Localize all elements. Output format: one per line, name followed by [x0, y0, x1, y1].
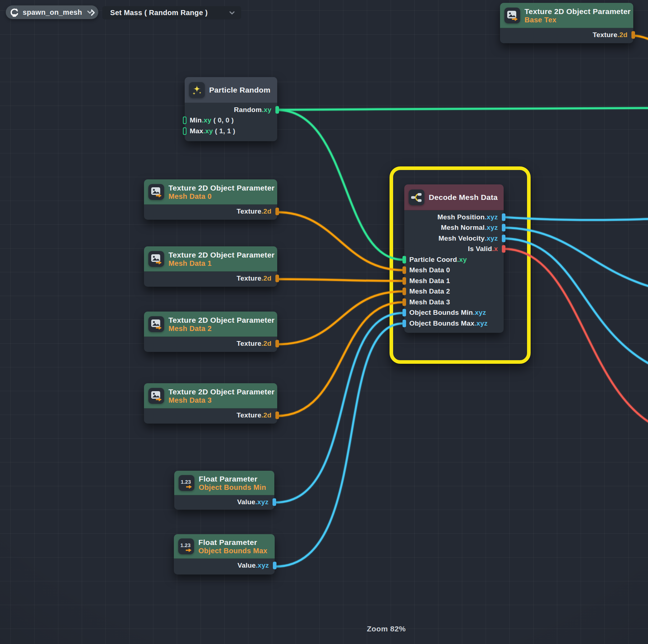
node-title: Texture 2D Object Parameter: [168, 184, 275, 192]
node-mesh-data-2[interactable]: Texture 2D Object ParameterMesh Data 2Te…: [144, 312, 277, 352]
port-out-blue[interactable]: [502, 224, 505, 232]
row-type-suffix: .2d: [261, 411, 271, 419]
row-type-suffix: .xyz: [474, 319, 488, 327]
port-out-blue[interactable]: [502, 234, 505, 242]
row-label: Texture: [593, 31, 617, 39]
output-row: Value.xyz: [174, 560, 275, 571]
output-row: Random.xy: [185, 104, 277, 115]
wire-red-11[interactable]: [505, 249, 648, 421]
port-in-orange[interactable]: [402, 267, 406, 274]
wire-halo-green-1: [276, 110, 403, 260]
port-out-blue[interactable]: [273, 562, 276, 569]
row-type-suffix: .xyz: [485, 234, 498, 242]
node-header[interactable]: Decode Mesh Data: [404, 184, 504, 210]
breadcrumb-node-label: Set Mass ( Random Range ): [110, 9, 208, 17]
float-icon: 1.23: [179, 475, 194, 491]
port-out-orange[interactable]: [275, 207, 279, 215]
input-row: Object Bounds Min.xyz: [404, 308, 504, 318]
row-label: Texture: [237, 411, 261, 419]
node-header[interactable]: Texture 2D Object ParameterMesh Data 3: [144, 383, 277, 408]
node-title: Texture 2D Object Parameter: [168, 251, 275, 259]
port-in-green[interactable]: [402, 256, 406, 263]
row-label: Mesh Data 1: [409, 277, 450, 285]
texture-2d-icon: [148, 388, 164, 404]
wire-blue-9[interactable]: [505, 228, 648, 286]
node-title: Decode Mesh Data: [429, 193, 498, 202]
output-row: Texture.2d: [144, 338, 277, 349]
port-in-orange[interactable]: [402, 288, 406, 295]
node-header[interactable]: Texture 2D Object ParameterMesh Data 2: [144, 312, 277, 337]
input-row: Min.xy ( 0, 0 ): [185, 115, 277, 126]
row-label: Random: [234, 106, 262, 114]
node-base-tex[interactable]: Texture 2D Object ParameterBase TexTextu…: [500, 3, 633, 43]
port-out-green[interactable]: [275, 106, 279, 113]
node-header[interactable]: 1.23Float ParameterObject Bounds Max: [174, 534, 275, 559]
row-type-suffix: .2d: [261, 274, 271, 282]
wire-blue-10[interactable]: [505, 238, 648, 363]
wire-halo-red-11: [505, 249, 648, 421]
port-out-orange[interactable]: [275, 274, 279, 282]
row-label: Mesh Data 0: [409, 266, 450, 274]
row-type-suffix: .xyz: [256, 562, 269, 569]
port-in-green[interactable]: [183, 127, 186, 135]
svg-text:1.23: 1.23: [180, 542, 190, 548]
port-out-blue[interactable]: [502, 213, 505, 221]
row-label: Mesh Data 2: [409, 287, 450, 295]
input-row: Particle Coord.xy: [404, 254, 504, 265]
row-label: Particle Coord: [409, 256, 457, 264]
port-out-orange[interactable]: [275, 340, 279, 347]
node-mesh-data-0[interactable]: Texture 2D Object ParameterMesh Data 0Te…: [144, 179, 277, 220]
graph-canvas[interactable]: spawn_on_mesh Set Mass ( Random Range ) …: [0, 0, 648, 644]
output-row: Value.xyz: [174, 497, 274, 507]
node-title: Particle Random: [209, 86, 270, 94]
row-type-suffix: .xy: [262, 106, 271, 114]
row-type-suffix: .2d: [261, 340, 271, 348]
row-type-suffix: .xy: [202, 116, 211, 124]
node-subtitle: Mesh Data 2: [168, 325, 275, 333]
row-default-value: ( 0, 0 ): [211, 116, 234, 124]
node-header[interactable]: Texture 2D Object ParameterMesh Data 1: [144, 246, 277, 272]
row-label: Mesh Position: [437, 213, 485, 221]
wire-green-1[interactable]: [276, 110, 403, 260]
node-particle-random[interactable]: Particle RandomRandom.xyMin.xy ( 0, 0 )M…: [185, 77, 277, 141]
breadcrumb-node-button[interactable]: Set Mass ( Random Range ): [102, 6, 241, 19]
node-mesh-data-1[interactable]: Texture 2D Object ParameterMesh Data 1Te…: [144, 246, 277, 287]
node-subtitle: Mesh Data 1: [168, 259, 275, 268]
port-out-orange[interactable]: [631, 31, 635, 39]
node-header[interactable]: Texture 2D Object ParameterBase Tex: [500, 3, 633, 28]
output-row: Texture.2d: [144, 206, 277, 217]
port-in-blue[interactable]: [402, 319, 406, 327]
row-type-suffix: .2d: [617, 31, 627, 39]
port-out-orange[interactable]: [275, 411, 279, 419]
texture-2d-icon: [148, 251, 164, 267]
breadcrumb-separator-icon: [91, 8, 95, 18]
input-row: Object Bounds Max.xyz: [404, 318, 504, 329]
row-type-suffix: .2d: [261, 207, 271, 215]
decode-icon: [409, 189, 424, 205]
node-float-obj-bounds-min[interactable]: 1.23Float ParameterObject Bounds MinValu…: [174, 471, 274, 510]
row-label: Object Bounds Max: [409, 319, 474, 327]
zoom-indicator: Zoom 82%: [367, 625, 406, 633]
texture-2d-icon: [148, 184, 164, 200]
node-header[interactable]: Texture 2D Object ParameterMesh Data 0: [144, 179, 277, 205]
node-subtitle: Mesh Data 3: [168, 396, 275, 404]
port-in-blue[interactable]: [402, 309, 406, 317]
port-out-red[interactable]: [502, 245, 505, 253]
node-mesh-data-3[interactable]: Texture 2D Object ParameterMesh Data 3Te…: [144, 383, 277, 424]
node-float-obj-bounds-max[interactable]: 1.23Float ParameterObject Bounds MaxValu…: [174, 534, 275, 574]
particle-random-icon: [189, 82, 205, 98]
node-header[interactable]: Particle Random: [185, 77, 277, 103]
row-label: Min: [190, 116, 202, 124]
node-decode-mesh-data[interactable]: Decode Mesh DataMesh Position.xyzMesh No…: [404, 184, 504, 333]
port-out-blue[interactable]: [273, 498, 276, 506]
wire-orange-2[interactable]: [276, 212, 403, 270]
breadcrumb-emitter-button[interactable]: spawn_on_mesh: [6, 5, 98, 19]
port-in-green[interactable]: [183, 117, 186, 124]
texture-2d-icon: [148, 316, 164, 332]
output-row: Mesh Velocity.xyz: [404, 233, 504, 244]
node-subtitle: Mesh Data 0: [168, 192, 275, 201]
row-type-suffix: .x: [492, 245, 498, 253]
port-in-orange[interactable]: [402, 298, 406, 306]
node-header[interactable]: 1.23Float ParameterObject Bounds Min: [174, 471, 274, 495]
port-in-orange[interactable]: [402, 277, 406, 285]
